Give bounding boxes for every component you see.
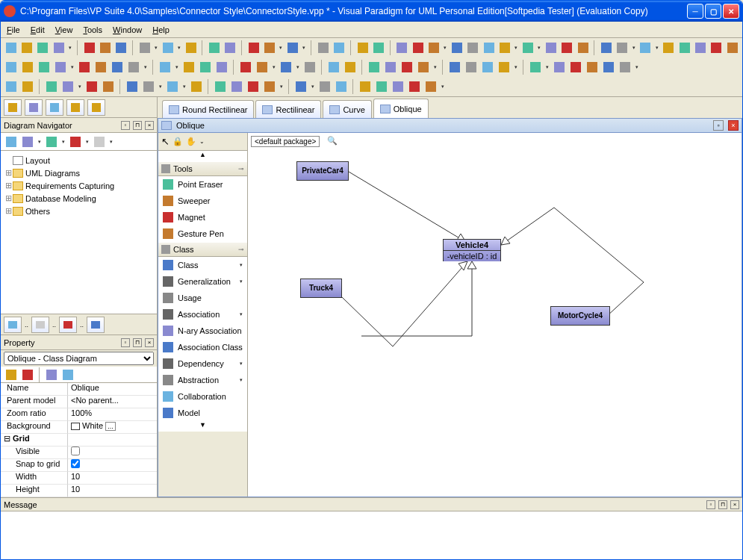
toolbar-button[interactable] bbox=[262, 40, 276, 55]
toolbar-button[interactable] bbox=[725, 40, 739, 55]
canvas-max-button[interactable]: ▫ bbox=[713, 120, 724, 131]
toolbar-button[interactable] bbox=[332, 40, 346, 55]
toolbar-button[interactable] bbox=[246, 40, 261, 55]
uml-class-mc[interactable]: MotorCycle4 bbox=[550, 306, 610, 326]
toolbar-button[interactable] bbox=[114, 40, 128, 55]
tree-item[interactable]: ⊞Others bbox=[4, 205, 154, 217]
toolbar-button[interactable] bbox=[125, 79, 140, 94]
palette-item[interactable]: Gesture Pen bbox=[158, 225, 247, 242]
toolbar-button[interactable] bbox=[355, 40, 370, 55]
toolbar-button[interactable] bbox=[400, 60, 414, 75]
toolbar-button[interactable] bbox=[20, 60, 35, 75]
palette-item[interactable]: Abstraction▾ bbox=[158, 372, 247, 388]
toolbar-button[interactable] bbox=[53, 60, 68, 75]
panel-tab-3[interactable] bbox=[46, 99, 63, 116]
uml-class-tr[interactable]: Truck4 bbox=[300, 279, 342, 298]
panel-close-button[interactable]: × bbox=[145, 121, 154, 130]
prop-tab-4[interactable] bbox=[87, 317, 105, 333]
menu-file[interactable]: File bbox=[7, 25, 20, 34]
toolbar-button[interactable] bbox=[316, 40, 330, 55]
palette-item[interactable]: Usage bbox=[158, 290, 247, 306]
palette-item[interactable]: N-ary Association bbox=[158, 323, 247, 339]
prop-tab-2[interactable] bbox=[31, 317, 49, 333]
toolbar-button[interactable] bbox=[36, 40, 50, 55]
palette-down[interactable]: ▼ bbox=[158, 421, 247, 432]
toolbar-button[interactable] bbox=[466, 40, 480, 55]
toolbar-button[interactable] bbox=[214, 60, 229, 75]
prop-float-button[interactable]: ▫ bbox=[121, 338, 130, 347]
canvas-close-button[interactable]: × bbox=[728, 120, 739, 131]
toolbar-button[interactable] bbox=[615, 40, 629, 55]
nav-tool-1[interactable] bbox=[4, 134, 19, 149]
toolbar-button[interactable] bbox=[391, 79, 405, 94]
toolbar-button[interactable] bbox=[334, 79, 349, 94]
toolbar-button[interactable] bbox=[599, 40, 613, 55]
hand-tool[interactable]: ✋ bbox=[186, 137, 196, 146]
nav-tool-5[interactable] bbox=[92, 134, 107, 149]
toolbar-button[interactable] bbox=[189, 79, 204, 94]
toolbar-button[interactable] bbox=[158, 60, 172, 75]
panel-pin-button[interactable]: ⊓ bbox=[133, 121, 142, 130]
toolbar-button[interactable] bbox=[255, 60, 270, 75]
toolbar-button[interactable] bbox=[601, 60, 616, 75]
toolbar-button[interactable] bbox=[560, 40, 574, 55]
palette-item[interactable]: Magnet bbox=[158, 209, 247, 225]
toolbar-button[interactable] bbox=[293, 79, 308, 94]
toolbar-button[interactable] bbox=[367, 60, 382, 75]
toolbar-button[interactable] bbox=[207, 40, 221, 55]
toolbar-button[interactable] bbox=[84, 79, 99, 94]
toolbar-button[interactable] bbox=[20, 79, 35, 94]
uml-class-vh[interactable]: Vehicle4-vehicleID : id bbox=[443, 239, 501, 261]
toolbar-button[interactable] bbox=[161, 40, 175, 55]
property-selector[interactable]: Oblique - Class Diagram bbox=[4, 352, 154, 365]
palette-item[interactable]: Dependency▾ bbox=[158, 355, 247, 372]
toolbar-button[interactable] bbox=[181, 60, 196, 75]
property-row[interactable]: ⊟ Grid bbox=[1, 434, 157, 447]
palette-section[interactable]: Class⊸ bbox=[158, 242, 247, 257]
expand-icon[interactable]: ⌄ bbox=[199, 138, 205, 145]
toolbar-button[interactable] bbox=[317, 79, 332, 94]
toolbar-button[interactable] bbox=[411, 40, 425, 55]
prop-tool-1[interactable] bbox=[4, 367, 19, 382]
tree-item[interactable]: ⊞Requirements Capturing bbox=[4, 179, 154, 192]
property-row[interactable]: Width10 bbox=[1, 472, 157, 485]
msg-close-button[interactable]: × bbox=[730, 500, 739, 509]
palette-section[interactable]: Tools⊸ bbox=[158, 161, 247, 176]
toolbar-button[interactable] bbox=[482, 40, 496, 55]
prop-tab-1[interactable] bbox=[4, 317, 22, 333]
toolbar-button[interactable] bbox=[677, 40, 691, 55]
toolbar-button[interactable] bbox=[693, 40, 707, 55]
menu-help[interactable]: Help bbox=[152, 25, 170, 34]
cursor-tool[interactable]: ↖ bbox=[161, 136, 170, 147]
toolbar-button[interactable] bbox=[407, 79, 422, 94]
doc-tab[interactable]: Rectilinear bbox=[255, 100, 321, 118]
toolbar-button[interactable] bbox=[238, 60, 253, 75]
toolbar-button[interactable] bbox=[213, 79, 228, 94]
toolbar-button[interactable] bbox=[82, 40, 96, 55]
toolbar-button[interactable] bbox=[101, 79, 116, 94]
tree-item[interactable]: ⊞UML Diagrams bbox=[4, 167, 154, 179]
toolbar-button[interactable] bbox=[77, 60, 92, 75]
toolbar-button[interactable] bbox=[520, 40, 535, 55]
navigator-tree[interactable]: Layout ⊞UML Diagrams⊞Requirements Captur… bbox=[1, 151, 157, 314]
toolbar-button[interactable] bbox=[285, 40, 299, 55]
toolbar-button[interactable] bbox=[416, 60, 431, 75]
panel-tab-2[interactable] bbox=[25, 99, 43, 116]
property-row[interactable]: Parent model<No parent... bbox=[1, 396, 157, 408]
toolbar-button[interactable] bbox=[358, 79, 373, 94]
toolbar-button[interactable] bbox=[4, 40, 18, 55]
toolbar-button[interactable] bbox=[395, 40, 409, 55]
diagram-canvas[interactable]: <default package> 🔍 PrivateCar4Vehicle4 bbox=[248, 133, 742, 497]
palette-item[interactable]: Association Class bbox=[158, 339, 247, 355]
toolbar-button[interactable] bbox=[426, 40, 441, 55]
prop-tab-3[interactable] bbox=[59, 317, 77, 333]
palette-up[interactable]: ▲ bbox=[158, 151, 247, 161]
doc-tab[interactable]: Oblique bbox=[373, 99, 429, 118]
doc-tab[interactable]: Curve bbox=[323, 100, 371, 118]
toolbar-button[interactable] bbox=[480, 60, 495, 75]
minimize-button[interactable]: ─ bbox=[687, 4, 703, 19]
toolbar-button[interactable] bbox=[60, 79, 75, 94]
doc-tab[interactable]: Round Rectilinear bbox=[162, 100, 254, 118]
panel-tab-4[interactable] bbox=[66, 99, 84, 116]
palette-item[interactable]: Association▾ bbox=[158, 306, 247, 323]
